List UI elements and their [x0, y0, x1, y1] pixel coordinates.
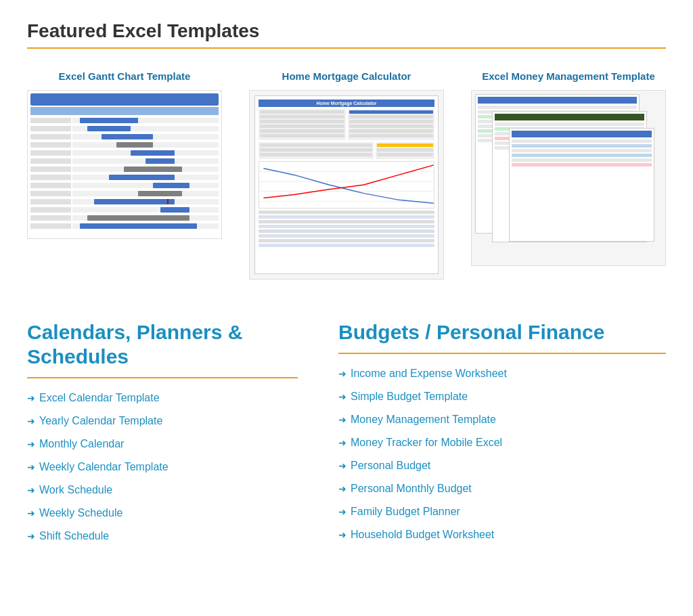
calendars-link-6[interactable]: Weekly Schedule [39, 507, 122, 519]
gantt-row [30, 223, 219, 229]
list-item: ➜ Personal Budget [338, 460, 666, 472]
budgets-section: Budgets / Personal Finance ➜ Income and … [338, 320, 666, 553]
arrow-icon: ➜ [338, 460, 346, 471]
featured-money-link[interactable]: Excel Money Management Template [482, 70, 655, 82]
budgets-heading: Budgets / Personal Finance [338, 320, 666, 345]
gantt-row [30, 125, 219, 132]
budgets-divider [338, 353, 666, 354]
arrow-icon: ➜ [27, 508, 35, 519]
title-divider [27, 47, 666, 49]
featured-item-money: Excel Money Management Template [471, 69, 666, 280]
calendars-heading: Calendars, Planners &Schedules [27, 320, 298, 369]
calendars-link-4[interactable]: Weekly Calendar Template [39, 461, 169, 473]
money-preview [471, 90, 666, 266]
arrow-icon: ➜ [27, 393, 35, 403]
calendars-section: Calendars, Planners &Schedules ➜ Excel C… [27, 320, 298, 553]
arrow-icon: ➜ [27, 462, 35, 472]
mortgage-chart [259, 161, 434, 208]
gantt-row [30, 150, 219, 156]
calendars-link-7[interactable]: Shift Schedule [39, 530, 109, 542]
featured-item-mortgage: Home Mortgage Calculator Home Mortgage C… [249, 69, 444, 280]
gantt-row [30, 182, 219, 189]
page-title: Featured Excel Templates [27, 20, 666, 42]
mortgage-preview: Home Mortgage Calculator [249, 90, 444, 280]
list-item: ➜ Work Schedule [27, 484, 298, 496]
budgets-link-5[interactable]: Personal Budget [351, 460, 430, 472]
featured-item-gantt: Excel Gantt Chart Template [27, 69, 222, 280]
gantt-row [30, 215, 219, 221]
list-item: ➜ Weekly Calendar Template [27, 461, 298, 473]
list-item: ➜ Household Budget Worksheet [338, 529, 666, 541]
two-col-section: Calendars, Planners &Schedules ➜ Excel C… [27, 313, 666, 553]
arrow-icon: ➜ [27, 416, 35, 426]
list-item: ➜ Personal Monthly Budget [338, 483, 666, 495]
budgets-link-2[interactable]: Simple Budget Template [351, 391, 468, 403]
arrow-icon: ➜ [338, 368, 346, 379]
gantt-row [30, 117, 219, 124]
budgets-link-3[interactable]: Money Management Template [351, 414, 496, 426]
arrow-icon: ➜ [338, 483, 346, 494]
gantt-row [30, 133, 219, 140]
arrow-icon: ➜ [27, 531, 35, 542]
gantt-row [30, 158, 219, 164]
budgets-link-4[interactable]: Money Tracker for Mobile Excel [351, 437, 502, 449]
featured-templates-row: Excel Gantt Chart Template [27, 69, 666, 280]
budgets-link-1[interactable]: Income and Expense Worksheet [351, 368, 507, 380]
gantt-subheader [30, 107, 219, 115]
featured-mortgage-link[interactable]: Home Mortgage Calculator [282, 70, 411, 82]
calendars-link-1[interactable]: Excel Calendar Template [39, 392, 160, 404]
budgets-link-list: ➜ Income and Expense Worksheet ➜ Simple … [338, 368, 666, 541]
list-item: ➜ Family Budget Planner [338, 506, 666, 518]
list-item: ➜ Excel Calendar Template [27, 392, 298, 404]
calendars-link-5[interactable]: Work Schedule [39, 484, 112, 496]
money-sheet-front [509, 128, 654, 242]
mortgage-title-bar: Home Mortgage Calculator [259, 100, 434, 107]
list-item: ➜ Yearly Calendar Template [27, 415, 298, 427]
featured-money-title[interactable]: Excel Money Management Template [482, 69, 655, 83]
arrow-icon: ➜ [27, 439, 35, 449]
mortgage-section2 [259, 142, 434, 159]
featured-gantt-link[interactable]: Excel Gantt Chart Template [59, 70, 191, 82]
gantt-row [30, 141, 219, 148]
gantt-header [30, 93, 219, 106]
list-item: ➜ Shift Schedule [27, 530, 298, 542]
list-item: ➜ Money Tracker for Mobile Excel [338, 437, 666, 449]
arrow-icon: ➜ [27, 485, 35, 496]
mortgage-table [259, 211, 434, 248]
gantt-row [30, 174, 219, 181]
gantt-row [30, 190, 219, 197]
budgets-link-6[interactable]: Personal Monthly Budget [351, 483, 472, 495]
arrow-icon: ➜ [338, 391, 346, 402]
calendars-divider [27, 377, 298, 378]
calendars-link-list: ➜ Excel Calendar Template ➜ Yearly Calen… [27, 392, 298, 542]
gantt-row [30, 206, 219, 213]
gantt-preview [27, 90, 222, 239]
calendars-link-3[interactable]: Monthly Calendar [39, 438, 124, 450]
list-item: ➜ Weekly Schedule [27, 507, 298, 519]
budgets-link-8[interactable]: Household Budget Worksheet [351, 529, 494, 541]
featured-gantt-title[interactable]: Excel Gantt Chart Template [59, 69, 191, 83]
list-item: ➜ Money Management Template [338, 414, 666, 426]
calendars-link-2[interactable]: Yearly Calendar Template [39, 415, 162, 427]
arrow-icon: ➜ [338, 437, 346, 448]
gantt-row [30, 166, 219, 173]
arrow-icon: ➜ [338, 506, 346, 517]
list-item: ➜ Monthly Calendar [27, 438, 298, 450]
featured-mortgage-title[interactable]: Home Mortgage Calculator [282, 69, 411, 83]
budgets-link-7[interactable]: Family Budget Planner [351, 506, 460, 518]
arrow-icon: ➜ [338, 414, 346, 425]
gantt-row [30, 198, 219, 205]
list-item: ➜ Simple Budget Template [338, 391, 666, 403]
arrow-icon: ➜ [338, 529, 346, 540]
mortgage-section [259, 109, 434, 140]
list-item: ➜ Income and Expense Worksheet [338, 368, 666, 380]
